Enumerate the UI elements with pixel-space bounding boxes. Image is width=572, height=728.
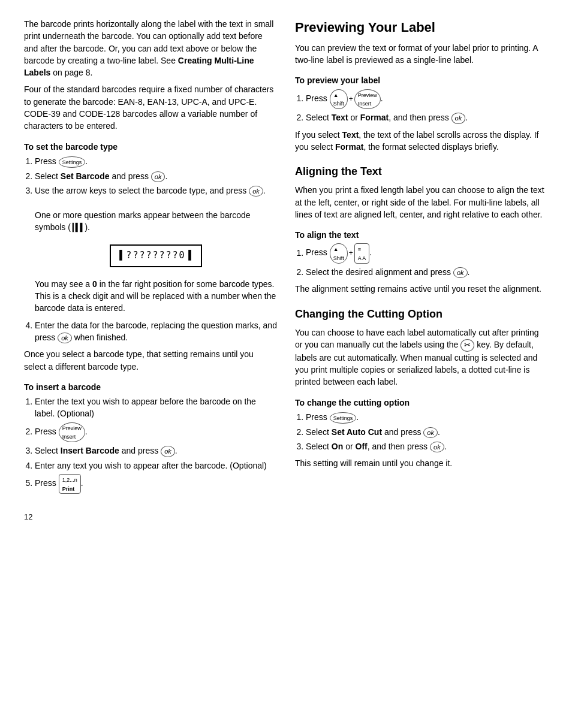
ok-button-icon-8: ok [430,442,444,452]
step-4: Enter the data for the barcode, replacin… [35,319,277,344]
set-barcode-heading: To set the barcode type [24,141,277,153]
align-note: The alignment setting remains active unt… [295,283,548,295]
preview-steps: Press ▲Shift + PreviewInsert . Select Te… [306,89,548,124]
cutting-step-3: Select On or Off, and then press ok. [306,440,548,452]
shift-align-combo: ▲Shift + ≡A A [330,243,370,263]
step-3: Use the arrow keys to select the barcode… [35,185,277,315]
intro-paragraph-1: The barcode prints horizontally along th… [24,18,277,78]
page-layout: The barcode prints horizontally along th… [24,18,548,523]
barcode-display: ▌????????0▐ [110,244,201,267]
align-step-1: Press ▲Shift + ≡A A . [306,243,548,263]
shift-button-icon: ▲Shift [330,89,348,109]
preview-note: If you select Text, the text of the labe… [295,129,548,153]
insert-step-4: Enter any text you wish to appear after … [35,460,277,472]
ok-button-icon: ok [151,171,165,182]
intro-paragraph-2: Four of the standard barcodes require a … [24,83,277,132]
align-para: When you print a fixed length label you … [295,184,548,220]
insert-step-3: Select Insert Barcode and press ok. [35,445,277,457]
barcode-sym: ║▌▌ [71,223,85,232]
align-step-2: Select the desired alignment and press o… [306,266,548,278]
page-number: 12 [24,512,277,523]
preview-title: Previewing Your Label [295,18,548,37]
cutting-step-2: Select Set Auto Cut and press ok. [306,426,548,438]
preview-insert-button-icon: PreviewInsert [59,422,85,442]
insert-step-1: Enter the text you wish to appear before… [35,395,277,420]
preview-subhead: To preview your label [295,74,548,86]
plus-sign: + [349,94,353,104]
preview-step-1: Press ▲Shift + PreviewInsert . [306,89,548,109]
preview-step-2: Select Text or Format, and then press ok… [306,111,548,123]
settings-button-icon-2: Settings [330,412,357,424]
set-barcode-steps: Press Settings. Select Set Barcode and p… [35,155,277,343]
print-button-icon: 1,2...nPrint [59,474,81,494]
settings-button-icon: Settings [59,156,86,168]
insert-barcode-heading: To insert a barcode [24,381,277,393]
cutting-step-1: Press Settings. [306,411,548,424]
ok-button-icon-3: ok [58,333,72,343]
plus-sign-2: + [349,248,353,258]
step-2: Select Set Barcode and press ok. [35,170,277,182]
align-title: Aligning the Text [295,164,548,179]
cutting-note: This setting will remain until you chang… [295,457,548,469]
insert-barcode-steps: Enter the text you wish to appear before… [35,395,277,494]
cutting-title: Changing the Cutting Option [295,306,548,322]
once-para: Once you select a barcode type, that set… [24,348,277,373]
preview-para: You can preview the text or format of yo… [295,42,548,67]
barcode-note: You may see a 0 in the far right positio… [35,278,277,315]
ok-button-icon-5: ok [451,113,466,123]
shift-preview-combo: ▲Shift + PreviewInsert [330,89,381,109]
right-column: Previewing Your Label You can preview th… [295,18,548,523]
insert-step-2: Press PreviewInsert. [35,422,277,442]
preview-insert-button-icon-2: PreviewInsert [354,89,381,109]
shift-button-icon-2: ▲Shift [330,243,348,263]
step-1: Press Settings. [35,155,277,168]
left-column: The barcode prints horizontally along th… [24,18,277,523]
cutting-para: You can choose to have each label automa… [295,327,548,388]
cutting-subhead: To change the cutting option [295,397,548,409]
ok-button-icon-6: ok [453,267,468,278]
insert-step-5: Press 1,2...nPrint. [35,474,277,494]
ok-button-icon-4: ok [161,446,175,457]
align-subhead: To align the text [295,229,548,241]
scissors-button-icon: ✂ [460,339,474,352]
ok-button-icon-7: ok [423,427,438,438]
ok-button-icon-2: ok [249,186,263,197]
align-steps: Press ▲Shift + ≡A A . Select the desired… [306,243,548,278]
cutting-steps: Press Settings. Select Set Auto Cut and … [306,411,548,453]
align-button-icon: ≡A A [354,243,370,263]
barcode-display-wrap: ▌????????0▐ [35,238,277,273]
